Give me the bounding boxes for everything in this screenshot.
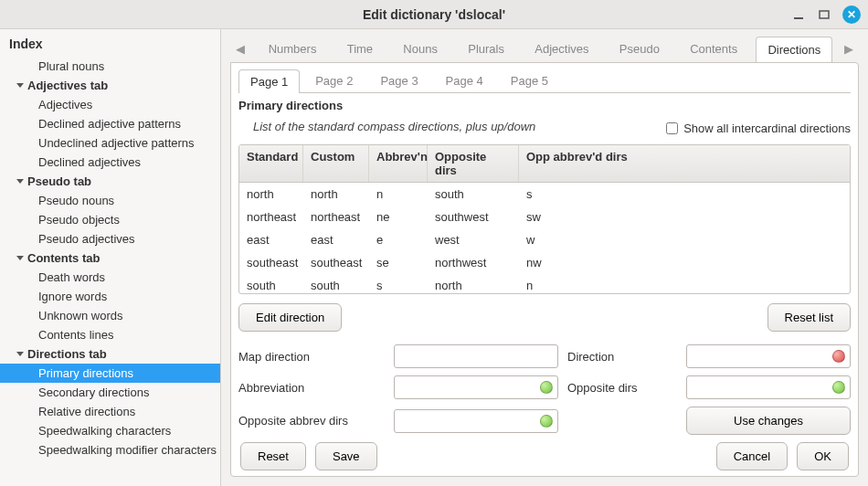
sidebar-item[interactable]: Declined adjectives: [0, 153, 220, 172]
tab-pseudo[interactable]: Pseudo: [608, 36, 672, 61]
sidebar: Index Plural nounsAdjectives tabAdjectiv…: [0, 29, 221, 486]
table-header[interactable]: Custom: [303, 145, 369, 182]
table-cell: s: [519, 183, 850, 206]
save-button[interactable]: Save: [315, 442, 377, 470]
content-area: ◀ NumbersTimeNounsPluralsAdjectivesPseud…: [221, 29, 868, 486]
table-cell: s: [369, 274, 428, 294]
table-header[interactable]: Abbrev'n: [369, 145, 428, 182]
use-changes-button[interactable]: Use changes: [686, 407, 851, 435]
sidebar-item[interactable]: Undeclined adjective patterns: [0, 133, 220, 153]
sidebar-item[interactable]: Ignore words: [0, 287, 220, 306]
table-cell: west: [428, 228, 519, 251]
table-cell: sw: [519, 206, 850, 228]
subtab-bar: Page 1Page 2Page 3Page 4Page 5: [238, 69, 851, 93]
close-button[interactable]: ✕: [842, 5, 861, 24]
table-cell: southwest: [428, 206, 519, 228]
table-header[interactable]: Opp abbrev'd dirs: [519, 145, 850, 182]
table-row[interactable]: northnorthnsouths: [239, 183, 850, 206]
subtab[interactable]: Page 1: [238, 69, 300, 93]
tab-directions[interactable]: Directions: [756, 37, 832, 62]
table-cell: north: [303, 183, 369, 206]
sidebar-group[interactable]: Pseudo tab: [0, 172, 220, 191]
table-cell: south: [239, 274, 303, 294]
tab-nav-right-icon[interactable]: ▶: [839, 42, 859, 56]
sidebar-item[interactable]: Contents lines: [0, 325, 220, 344]
table-cell: northeast: [303, 206, 369, 228]
table-row[interactable]: northeastnortheastnesouthwestsw: [239, 206, 850, 228]
direction-input[interactable]: [686, 344, 851, 368]
tab-adjectives[interactable]: Adjectives: [523, 36, 600, 61]
subtab[interactable]: Page 2: [303, 69, 365, 92]
svg-rect-1: [820, 11, 829, 18]
table-row[interactable]: southeastsoutheastsenorthwestnw: [239, 251, 850, 274]
dialog-footer: Reset Save Cancel OK: [238, 435, 851, 470]
minimize-button[interactable]: [791, 7, 806, 22]
sidebar-item[interactable]: Unknown words: [0, 306, 220, 325]
chevron-down-icon: [16, 83, 24, 88]
sidebar-group[interactable]: Directions tab: [0, 344, 220, 364]
show-intercardinal-checkbox[interactable]: Show all intercardinal directions: [666, 122, 851, 135]
tab-contents[interactable]: Contents: [678, 36, 749, 61]
abbreviation-input[interactable]: [394, 375, 558, 399]
edit-direction-button[interactable]: Edit direction: [238, 303, 342, 332]
table-cell: south: [303, 274, 369, 294]
sidebar-item[interactable]: Plural nouns: [0, 57, 220, 76]
directions-table: StandardCustomAbbrev'nOpposite dirsOpp a…: [238, 144, 851, 294]
table-header[interactable]: Opposite dirs: [428, 145, 519, 182]
show-intercardinal-input[interactable]: [666, 122, 678, 134]
reset-list-button[interactable]: Reset list: [767, 303, 851, 332]
reset-button[interactable]: Reset: [240, 442, 306, 470]
subtab[interactable]: Page 3: [368, 69, 429, 92]
opposite-dirs-label: Opposite dirs: [567, 381, 677, 395]
opposite-abbrev-dirs-input[interactable]: [394, 409, 558, 433]
titlebar: Edit dictionary 'dslocal' ✕: [0, 0, 868, 29]
table-cell: east: [239, 228, 303, 251]
tab-plurals[interactable]: Plurals: [456, 36, 516, 61]
sidebar-item[interactable]: Pseudo nouns: [0, 191, 220, 210]
tab-nouns[interactable]: Nouns: [391, 36, 450, 61]
opposite-dirs-input[interactable]: [686, 375, 851, 399]
table-cell: n: [369, 183, 428, 206]
sidebar-item[interactable]: Secondary directions: [0, 383, 220, 402]
sidebar-item[interactable]: Relative directions: [0, 402, 220, 421]
abbreviation-label: Abbreviation: [238, 381, 385, 395]
table-header[interactable]: Standard: [239, 145, 303, 182]
tab-numbers[interactable]: Numbers: [257, 36, 329, 61]
subtab[interactable]: Page 4: [434, 69, 495, 92]
sidebar-group[interactable]: Contents tab: [0, 248, 220, 268]
chevron-down-icon: [16, 352, 24, 356]
section-description: List of the standard compass directions,…: [253, 120, 535, 133]
table-cell: e: [369, 228, 428, 251]
table-cell: east: [303, 228, 369, 251]
status-dot-red-icon: [832, 350, 845, 363]
map-direction-input[interactable]: [394, 344, 558, 368]
tab-bar: ◀ NumbersTimeNounsPluralsAdjectivesPseud…: [230, 35, 859, 62]
sidebar-item[interactable]: Speedwalking modifier characters: [0, 440, 220, 460]
status-dot-green-icon: [832, 381, 845, 394]
chevron-down-icon: [16, 256, 24, 260]
window-title: Edit dictionary 'dslocal': [363, 7, 505, 22]
ok-button[interactable]: OK: [797, 442, 849, 470]
table-row[interactable]: easteastewestw: [239, 228, 850, 251]
table-cell: w: [519, 228, 850, 251]
tab-nav-left-icon[interactable]: ◀: [230, 42, 250, 56]
maximize-button[interactable]: [817, 7, 831, 22]
sidebar-item[interactable]: Pseudo objects: [0, 210, 220, 229]
table-row[interactable]: southsouthsnorthn: [239, 274, 850, 294]
sidebar-item[interactable]: Primary directions: [0, 364, 220, 383]
status-dot-green-icon: [540, 415, 553, 428]
subtab[interactable]: Page 5: [499, 69, 560, 92]
sidebar-group[interactable]: Adjectives tab: [0, 76, 220, 95]
opposite-abbrev-dirs-label: Opposite abbrev dirs: [238, 414, 385, 428]
table-cell: south: [428, 183, 519, 206]
sidebar-item[interactable]: Speedwalking characters: [0, 421, 220, 440]
sidebar-item[interactable]: Death words: [0, 268, 220, 287]
table-cell: se: [369, 251, 428, 274]
sidebar-item[interactable]: Adjectives: [0, 95, 220, 114]
tab-time[interactable]: Time: [335, 36, 385, 61]
cancel-button[interactable]: Cancel: [716, 442, 788, 470]
sidebar-item[interactable]: Declined adjective patterns: [0, 114, 220, 133]
sidebar-item[interactable]: Pseudo adjectives: [0, 229, 220, 248]
table-cell: north: [428, 274, 519, 294]
show-intercardinal-label: Show all intercardinal directions: [683, 122, 851, 135]
